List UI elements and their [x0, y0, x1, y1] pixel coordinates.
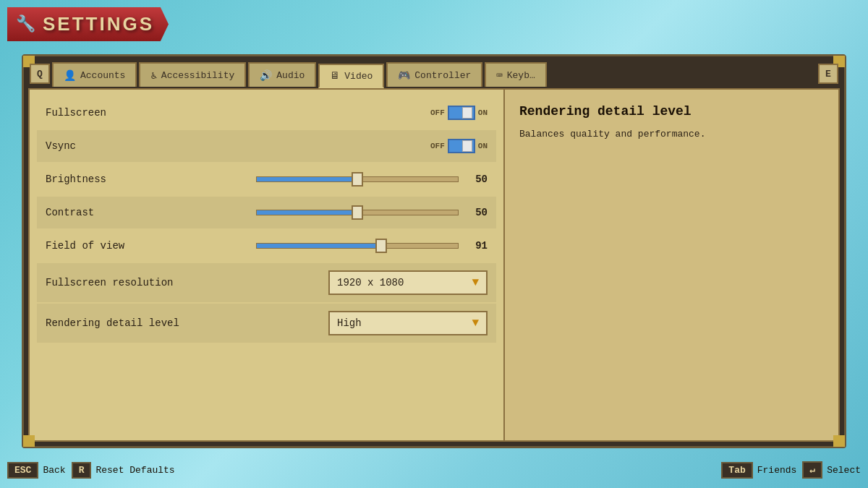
select-label: Select — [827, 465, 861, 476]
r-key-badge: R — [72, 462, 92, 479]
tab-nav-right[interactable]: E — [818, 64, 838, 84]
fullscreen-row: Fullscreen OFF ON — [37, 97, 496, 129]
tab-video-label: Video — [344, 71, 373, 82]
brightness-control: 50 — [190, 174, 488, 185]
corner-decoration-br — [833, 435, 845, 447]
friends-hint: Tab Friends — [721, 462, 796, 479]
contrast-control: 50 — [190, 207, 488, 218]
fov-control: 91 — [190, 240, 488, 252]
contrast-label: Contrast — [46, 207, 190, 218]
rendering-dropdown-arrow: ▼ — [472, 317, 479, 330]
contrast-slider-container: 50 — [190, 207, 488, 218]
tab-controller-label: Controller — [414, 70, 471, 81]
resolution-dropdown-arrow: ▼ — [472, 276, 479, 289]
resolution-value: 1920 x 1080 — [337, 277, 404, 288]
rendering-control: High ▼ — [190, 311, 488, 335]
select-hint: ↵ Select — [802, 461, 861, 479]
tab-accounts-label: Accounts — [80, 70, 125, 81]
fov-row: Field of view 91 — [37, 230, 496, 262]
brightness-label: Brightness — [46, 174, 190, 185]
contrast-slider-fill — [257, 210, 357, 215]
vsync-label: Vsync — [46, 140, 190, 152]
vsync-on-label: ON — [478, 142, 488, 150]
brightness-slider-container: 50 — [190, 174, 488, 185]
bottom-bar: ESC Back R Reset Defaults Tab Friends ↵ … — [0, 452, 868, 488]
tabs-row: Q 👤 Accounts ♿ Accessibility 🔊 Audio 🖥 V… — [24, 56, 844, 87]
tab-audio-label: Audio — [276, 70, 305, 81]
vsync-control: OFF ON — [190, 139, 488, 153]
accessibility-icon: ♿ — [150, 69, 156, 82]
title-banner: 🔧 SETTINGS — [7, 7, 169, 41]
fov-value: 91 — [467, 240, 488, 252]
tab-keyboard-label: Keyb… — [507, 70, 535, 81]
rendering-value: High — [337, 317, 362, 329]
back-hint: ESC Back — [7, 462, 66, 479]
resolution-dropdown[interactable]: 1920 x 1080 ▼ — [328, 270, 488, 295]
contrast-slider-track[interactable] — [256, 210, 459, 215]
content-area: Fullscreen OFF ON Vsync OFF — [28, 88, 840, 442]
fullscreen-toggle-thumb — [462, 107, 472, 119]
reset-hint: R Reset Defaults — [72, 462, 175, 479]
tab-accounts[interactable]: 👤 Accounts — [52, 62, 137, 87]
rendering-row: Rendering detail level High ▼ — [37, 304, 496, 343]
vsync-off-label: OFF — [430, 142, 445, 150]
fullscreen-on-label: ON — [478, 108, 488, 117]
fullscreen-toggle[interactable] — [448, 106, 475, 120]
vsync-toggle-thumb — [462, 140, 472, 152]
bottom-right-controls: Tab Friends ↵ Select — [721, 461, 861, 479]
fullscreen-toggle-container: OFF ON — [430, 106, 488, 120]
resolution-label: Fullscreen resolution — [46, 277, 190, 288]
rendering-dropdown[interactable]: High ▼ — [328, 311, 488, 335]
tab-accessibility-label: Accessibility — [161, 70, 234, 81]
vsync-toggle-container: OFF ON — [430, 139, 488, 153]
fov-slider-container: 91 — [190, 240, 488, 252]
detail-title: Rendering detail level — [519, 104, 824, 119]
resolution-control: 1920 x 1080 ▼ — [190, 270, 488, 295]
page-title: SETTINGS — [43, 13, 154, 35]
fov-slider-track[interactable] — [256, 243, 459, 249]
corner-decoration-bl — [23, 435, 35, 447]
brightness-row: Brightness 50 — [37, 163, 496, 195]
fov-slider-thumb[interactable] — [375, 239, 387, 253]
tab-key-badge: Tab — [721, 462, 752, 479]
tab-nav-left[interactable]: Q — [30, 64, 50, 84]
contrast-row: Contrast 50 — [37, 197, 496, 228]
brightness-slider-fill — [257, 177, 357, 181]
fov-label: Field of view — [46, 240, 190, 252]
resolution-row: Fullscreen resolution 1920 x 1080 ▼ — [37, 263, 496, 302]
fullscreen-off-label: OFF — [430, 108, 445, 117]
tab-video[interactable]: 🖥 Video — [318, 64, 384, 88]
tab-accessibility[interactable]: ♿ Accessibility — [139, 62, 246, 87]
accounts-icon: 👤 — [64, 69, 76, 82]
tab-controller[interactable]: 🎮 Controller — [386, 62, 482, 87]
vsync-toggle[interactable] — [448, 139, 475, 153]
right-panel: Rendering detail level Balances quality … — [503, 90, 838, 440]
bottom-left-controls: ESC Back R Reset Defaults — [7, 462, 175, 479]
contrast-slider-thumb[interactable] — [352, 205, 363, 220]
tab-audio[interactable]: 🔊 Audio — [248, 62, 316, 87]
brightness-slider-track[interactable] — [256, 176, 459, 182]
settings-icon: 🔧 — [16, 14, 35, 34]
contrast-value: 50 — [467, 207, 488, 218]
fullscreen-label: Fullscreen — [46, 107, 190, 119]
main-container: Q 👤 Accounts ♿ Accessibility 🔊 Audio 🖥 V… — [22, 54, 846, 448]
enter-key-badge: ↵ — [802, 461, 822, 479]
reset-label: Reset Defaults — [95, 465, 174, 476]
brightness-value: 50 — [467, 174, 488, 185]
controller-icon: 🎮 — [398, 69, 410, 82]
esc-key-badge: ESC — [7, 462, 38, 479]
brightness-slider-thumb[interactable] — [352, 172, 363, 187]
detail-description: Balances quality and performance. — [519, 127, 824, 142]
tab-keyboard[interactable]: ⌨ Keyb… — [485, 62, 546, 87]
left-panel: Fullscreen OFF ON Vsync OFF — [30, 90, 503, 440]
friends-label: Friends — [757, 465, 797, 476]
back-label: Back — [43, 465, 65, 476]
audio-icon: 🔊 — [260, 69, 272, 82]
vsync-row: Vsync OFF ON — [37, 130, 496, 162]
fov-slider-fill — [257, 244, 381, 248]
video-icon: 🖥 — [330, 70, 340, 82]
rendering-label: Rendering detail level — [46, 317, 190, 329]
fullscreen-control: OFF ON — [190, 106, 488, 120]
keyboard-icon: ⌨ — [496, 69, 502, 82]
